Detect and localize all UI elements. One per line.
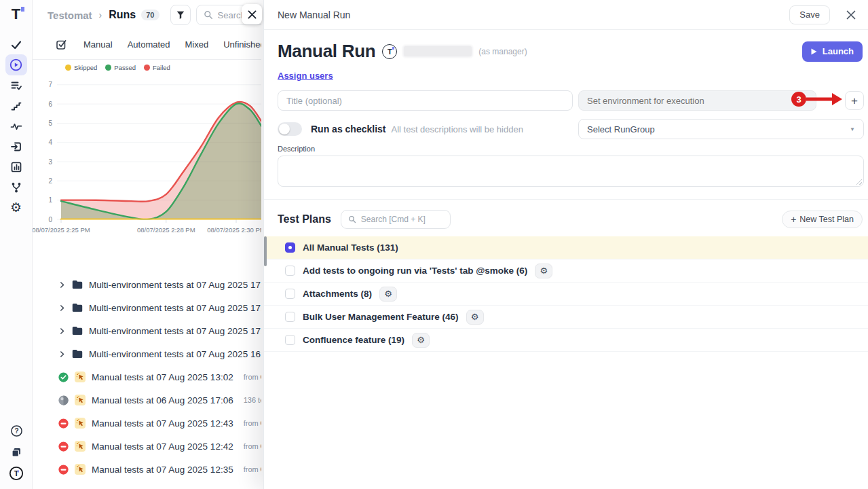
tab-mixed[interactable]: Mixed bbox=[185, 39, 209, 50]
chevron-down-icon: ▼ bbox=[850, 126, 855, 132]
svg-text:08/07/2025 2:28 PM: 08/07/2025 2:28 PM bbox=[137, 226, 195, 234]
run-label: Manual tests at 07 Aug 2025 12:42 bbox=[92, 441, 233, 452]
test-plan-row[interactable]: Confluence feature (19)⚙ bbox=[264, 329, 868, 352]
run-row[interactable]: Manual tests at 07 Aug 2025 12:43from Cu… bbox=[33, 412, 261, 435]
test-plans-search[interactable] bbox=[341, 210, 451, 229]
folder-icon bbox=[72, 349, 83, 359]
gear-icon: ⚙ bbox=[540, 266, 548, 275]
status-failed-icon bbox=[58, 418, 69, 429]
new-test-plan-button[interactable]: + New Test Plan bbox=[782, 211, 863, 228]
launch-button[interactable]: Launch bbox=[802, 41, 863, 62]
testomat-logo-icon[interactable]: T bbox=[7, 4, 25, 24]
run-row[interactable]: Manual tests at 07 Aug 2025 12:35from Cu… bbox=[33, 458, 261, 481]
sidebar-item-analytics[interactable] bbox=[5, 156, 27, 177]
sidebar-item-branch[interactable] bbox=[5, 177, 27, 198]
sidebar-item-test-plans[interactable] bbox=[5, 75, 27, 96]
chevron-right-icon[interactable] bbox=[58, 304, 66, 312]
title-input[interactable] bbox=[278, 90, 573, 111]
rungroup-select[interactable]: Select RunGroup ▼ bbox=[578, 119, 864, 139]
chevron-right-icon[interactable] bbox=[58, 350, 66, 358]
scrollbar-thumb[interactable] bbox=[264, 236, 267, 266]
milestones-steps-icon bbox=[10, 100, 22, 112]
filter-button[interactable] bbox=[170, 5, 191, 25]
sidebar-item-help[interactable]: ? bbox=[5, 420, 27, 441]
test-plan-row[interactable]: Attachments (8)⚙ bbox=[264, 283, 868, 306]
sidebar-item-settings-gear[interactable]: ⚙ bbox=[5, 197, 27, 218]
tab-unfinished[interactable]: Unfinished bbox=[223, 39, 261, 50]
sidebar-item-tests-check[interactable] bbox=[5, 34, 27, 55]
clear-search-button[interactable] bbox=[242, 4, 262, 24]
test-plan-row[interactable]: Bulk User Management Feature (46)⚙ bbox=[264, 306, 868, 329]
svg-text:7: 7 bbox=[48, 81, 52, 88]
run-folder-label: Multi-environment tests at 07 Aug 2025 1… bbox=[89, 303, 261, 313]
tab-automated[interactable]: Automated bbox=[128, 39, 170, 50]
run-label: Manual tests at 07 Aug 2025 12:35 bbox=[92, 465, 233, 475]
folder-icon bbox=[72, 326, 83, 336]
manager-avatar: T bbox=[382, 44, 397, 59]
plan-checkbox[interactable] bbox=[285, 335, 295, 345]
plan-checkbox[interactable] bbox=[285, 312, 295, 322]
sidebar-item-import[interactable] bbox=[5, 136, 27, 157]
run-title-row: Manual Run T (as manager) Launch bbox=[278, 41, 864, 62]
tab-manual[interactable]: Manual bbox=[83, 39, 113, 50]
test-plans-header: Test Plans + New Test Plan bbox=[278, 210, 864, 229]
run-folder-row[interactable]: Multi-environment tests at 07 Aug 2025 1… bbox=[33, 273, 261, 296]
run-row[interactable]: Manual tests at 07 Aug 2025 12:42from Cu… bbox=[33, 435, 261, 458]
run-folder-row[interactable]: Multi-environment tests at 07 Aug 2025 1… bbox=[33, 319, 261, 342]
select-runs-icon[interactable] bbox=[56, 39, 67, 50]
test-plans-heading: Test Plans bbox=[278, 213, 331, 225]
sidebar-item-runs-play[interactable] bbox=[5, 54, 27, 75]
icon-rail: T ⚙ ?T bbox=[0, 0, 33, 489]
run-row[interactable]: Manual tests at 07 Aug 2025 13:02from Cu… bbox=[33, 365, 261, 388]
plan-label: Attachments (8) bbox=[303, 289, 372, 299]
breadcrumb-app[interactable]: Testomat bbox=[48, 10, 92, 21]
folder-icon bbox=[72, 303, 83, 312]
assign-users-link[interactable]: Assign users bbox=[278, 71, 333, 81]
checklist-row: Run as checklist All test descriptions w… bbox=[278, 119, 573, 139]
breadcrumb-separator: › bbox=[99, 10, 102, 20]
plan-settings-button[interactable]: ⚙ bbox=[412, 333, 430, 348]
plan-checkbox[interactable] bbox=[285, 289, 295, 299]
test-plan-row[interactable]: All Manual Tests (131) bbox=[264, 236, 868, 259]
pulse-activity-icon bbox=[10, 120, 22, 132]
description-textarea[interactable] bbox=[278, 156, 864, 187]
close-drawer-icon[interactable] bbox=[844, 7, 858, 22]
manual-run-icon bbox=[75, 464, 86, 475]
sidebar-item-testomat-badge[interactable]: T bbox=[5, 463, 27, 484]
run-folder-row[interactable]: Multi-environment tests at 07 Aug 2025 1… bbox=[33, 296, 261, 319]
run-folder-row[interactable]: Multi-environment tests at 07 Aug 2025 1… bbox=[33, 342, 261, 365]
chevron-right-icon[interactable] bbox=[58, 281, 66, 289]
plan-checkbox[interactable] bbox=[285, 266, 295, 276]
test-plan-row[interactable]: Add tests to ongoing run via 'Tests' tab… bbox=[264, 259, 868, 283]
chevron-right-icon[interactable] bbox=[58, 327, 66, 335]
plan-settings-button[interactable]: ⚙ bbox=[466, 310, 484, 325]
manual-run-icon bbox=[75, 418, 86, 429]
gear-icon: ⚙ bbox=[384, 289, 392, 298]
description-label: Description bbox=[278, 145, 864, 153]
run-row[interactable]: Manual tests at 06 Aug 2025 17:06136 tes… bbox=[33, 388, 261, 412]
legend-item-skipped[interactable]: Skipped bbox=[65, 64, 97, 71]
breadcrumb-page: Runs bbox=[109, 9, 136, 21]
plan-settings-button[interactable]: ⚙ bbox=[379, 287, 397, 302]
new-manual-run-drawer: New Manual Run Save Manual Run T (as man… bbox=[263, 0, 868, 489]
sidebar-item-milestones-steps[interactable] bbox=[5, 95, 27, 116]
add-environment-button[interactable]: + bbox=[845, 91, 864, 110]
sidebar-item-pulse-activity[interactable] bbox=[5, 115, 27, 137]
legend-item-passed[interactable]: Passed bbox=[105, 64, 136, 71]
search-icon bbox=[348, 215, 356, 223]
run-list: Multi-environment tests at 07 Aug 2025 1… bbox=[33, 273, 261, 481]
test-plans-search-input[interactable] bbox=[361, 215, 441, 224]
run-as-checklist-toggle[interactable] bbox=[278, 122, 302, 136]
svg-text:2: 2 bbox=[48, 177, 52, 185]
environment-input[interactable] bbox=[578, 90, 816, 111]
runs-play-icon bbox=[10, 58, 22, 71]
run-label: Manual tests at 07 Aug 2025 13:02 bbox=[92, 372, 233, 382]
plan-settings-button[interactable]: ⚙ bbox=[535, 264, 552, 278]
sidebar-item-docs[interactable] bbox=[5, 441, 27, 463]
drawer-title: New Manual Run bbox=[278, 10, 350, 20]
legend-item-failed[interactable]: Failed bbox=[144, 64, 170, 71]
manual-run-icon bbox=[75, 372, 86, 382]
save-button[interactable]: Save bbox=[789, 5, 830, 24]
plan-checkbox[interactable] bbox=[285, 242, 295, 253]
runs-header: Testomat › Runs 70 bbox=[33, 0, 261, 30]
